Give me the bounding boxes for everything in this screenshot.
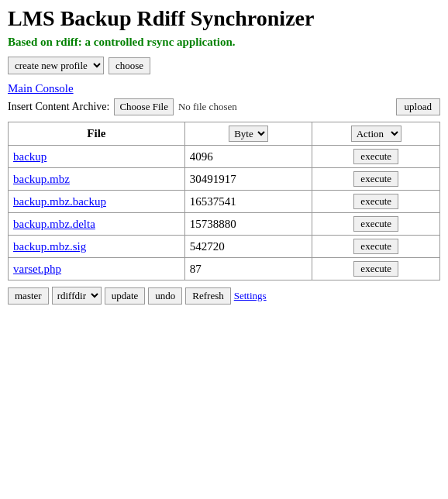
table-row: backup.mbz.backup16537541execute — [9, 191, 440, 213]
content-archive-row: Insert Content Archive: Choose File No f… — [8, 98, 440, 115]
table-row: backup.mbz.sig542720execute — [9, 236, 440, 258]
table-row: backup.mbz30491917execute — [9, 168, 440, 191]
settings-link[interactable]: Settings — [234, 290, 267, 302]
file-link[interactable]: backup — [13, 150, 47, 163]
table-row: backup4096execute — [9, 146, 440, 168]
execute-button[interactable]: execute — [353, 261, 398, 277]
file-size: 87 — [184, 258, 312, 280]
table-header-byte: Byte KB MB GB — [184, 122, 312, 146]
app-subtitle: Based on rdiff: a controlled rsync appli… — [8, 36, 440, 49]
upload-button[interactable]: upload — [396, 98, 440, 115]
file-action-cell: execute — [312, 236, 440, 258]
file-size: 30491917 — [184, 168, 312, 191]
main-console-link-wrapper: Main Console — [8, 82, 440, 95]
file-link[interactable]: backup.mbz.sig — [13, 240, 86, 253]
no-file-text: No file chosen — [178, 101, 237, 113]
profile-row: create new profile choose — [8, 57, 440, 74]
file-size: 15738880 — [184, 213, 312, 236]
file-link[interactable]: backup.mbz.backup — [13, 195, 106, 208]
file-size: 542720 — [184, 236, 312, 258]
file-link[interactable]: backup.mbz — [13, 173, 70, 185]
file-action-cell: execute — [312, 191, 440, 213]
file-action-cell: execute — [312, 146, 440, 168]
execute-button[interactable]: execute — [353, 149, 398, 164]
files-table: File Byte KB MB GB Action delete rename … — [8, 122, 440, 280]
update-button[interactable]: update — [105, 287, 146, 305]
choose-file-button[interactable]: Choose File — [114, 98, 173, 115]
file-link[interactable]: varset.php — [13, 263, 61, 275]
bottom-bar: master rdiffdir rdiff update undo Refres… — [8, 287, 440, 305]
content-archive-label: Insert Content Archive: — [8, 101, 109, 113]
app-title: LMS Backup Rdiff Synchronizer — [8, 6, 440, 31]
profile-select[interactable]: create new profile — [8, 57, 104, 74]
file-action-cell: execute — [312, 168, 440, 191]
undo-button[interactable]: undo — [148, 287, 182, 305]
refresh-button[interactable]: Refresh — [185, 287, 230, 305]
rdiffdir-select[interactable]: rdiffdir rdiff — [52, 287, 102, 305]
table-row: backup.mbz.delta15738880execute — [9, 213, 440, 236]
master-button[interactable]: master — [8, 287, 49, 305]
table-header-file: File — [9, 122, 185, 146]
file-link[interactable]: backup.mbz.delta — [13, 218, 95, 230]
file-size: 4096 — [184, 146, 312, 168]
file-action-cell: execute — [312, 258, 440, 280]
execute-button[interactable]: execute — [353, 194, 398, 209]
execute-button[interactable]: execute — [353, 239, 398, 254]
action-select[interactable]: Action delete rename — [351, 126, 401, 142]
table-header-action: Action delete rename — [312, 122, 440, 146]
file-action-cell: execute — [312, 213, 440, 236]
table-row: varset.php87execute — [9, 258, 440, 280]
choose-button[interactable]: choose — [109, 57, 150, 74]
execute-button[interactable]: execute — [353, 216, 398, 232]
file-size: 16537541 — [184, 191, 312, 213]
execute-button[interactable]: execute — [353, 171, 398, 187]
main-console-link[interactable]: Main Console — [8, 82, 74, 95]
byte-select[interactable]: Byte KB MB GB — [229, 126, 268, 142]
